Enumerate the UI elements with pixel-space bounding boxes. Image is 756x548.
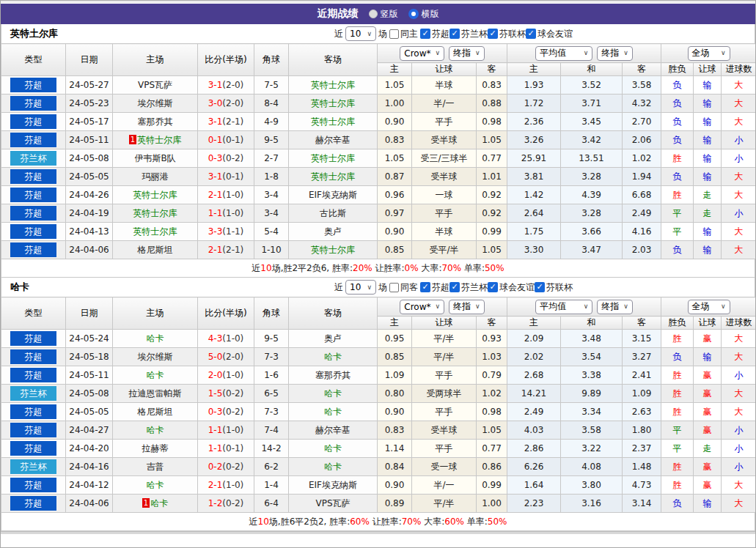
radio-checked-icon[interactable] [408,9,419,19]
league-checkbox[interactable]: ✓芬联杯 [535,281,573,294]
average-odds-select[interactable]: 平均值∨ [535,300,592,314]
full-score[interactable]: 1-2 [208,498,223,508]
away-team[interactable]: 塞那乔其 [315,370,351,380]
home-team[interactable]: 英特士尔库 [133,190,177,200]
full-score[interactable]: 1-1 [208,443,223,453]
away-team[interactable]: 英特士尔库 [311,171,355,182]
home-team[interactable]: 哈卡 [150,498,168,508]
final-odds-select[interactable]: 终指∨ [449,300,485,314]
checkbox-unchecked-icon[interactable] [389,29,399,39]
bookmaker-select[interactable]: Crow*∨ [400,46,444,61]
full-score[interactable]: 0-3 [208,407,223,417]
league-badge[interactable]: 芬超 [10,478,56,492]
same-venue-checkbox[interactable]: 同客 [389,281,418,294]
full-score[interactable]: 3-1 [208,116,223,127]
home-team[interactable]: 吉普 [147,462,164,472]
league-checkbox[interactable]: ✓芬超 [420,281,449,294]
away-team[interactable]: 赫尔辛基 [315,135,351,145]
league-checkbox[interactable]: ✓芬联杯 [488,28,526,40]
league-badge[interactable]: 芬超 [10,224,56,239]
league-badge[interactable]: 芬超 [10,133,56,147]
league-badge[interactable]: 芬超 [10,331,56,346]
final-euro-odds-select[interactable]: 终指∨ [597,300,633,314]
away-team[interactable]: 古比斯 [320,208,346,218]
league-badge[interactable]: 芬兰杯 [10,151,56,166]
home-team[interactable]: 伊韦斯B队 [134,153,175,163]
average-odds-select[interactable]: 平均值∨ [535,46,592,61]
away-team[interactable]: 英特士尔库 [311,153,355,163]
league-badge[interactable]: 芬超 [10,188,56,202]
league-badge[interactable]: 芬兰杯 [10,459,56,474]
checkbox-checked-icon[interactable]: ✓ [526,29,536,39]
full-score[interactable]: 0-1 [208,135,223,145]
league-checkbox[interactable]: ✓芬兰杯 [449,28,488,40]
full-score[interactable]: 2-1 [208,190,223,200]
full-score[interactable]: 3-0 [208,98,223,108]
bottom-scrollbar[interactable] [1,531,755,534]
home-team[interactable]: 玛丽港 [142,171,169,182]
checkbox-checked-icon[interactable]: ✓ [535,282,545,292]
away-team[interactable]: 奥卢 [324,226,342,237]
checkbox-checked-icon[interactable]: ✓ [488,29,498,39]
fulltime-select[interactable]: 全场∨ [688,46,730,61]
full-score[interactable]: 3-1 [208,171,223,182]
checkbox-unchecked-icon[interactable] [389,283,399,292]
view-option-vertical[interactable]: 竖版 [369,8,398,21]
checkbox-checked-icon[interactable]: ✓ [488,282,498,292]
full-score[interactable]: 0-3 [208,153,223,163]
home-team[interactable]: 格尼斯坦 [138,245,173,255]
league-checkbox[interactable]: ✓球会友谊 [526,28,573,40]
full-score[interactable]: 2-1 [208,245,223,255]
league-badge[interactable]: 芬超 [10,78,56,92]
home-team[interactable]: 格尼斯坦 [138,407,173,417]
league-badge[interactable]: 芬超 [10,496,56,511]
league-badge[interactable]: 芬超 [10,169,56,184]
home-team[interactable]: 埃尔维斯 [138,98,173,108]
away-team[interactable]: 英特士尔库 [311,80,355,90]
full-score[interactable]: 3-3 [208,226,223,237]
home-team[interactable]: 英特士尔库 [133,226,177,237]
same-venue-checkbox[interactable]: 同主 [389,28,418,40]
recent-count-select[interactable]: 10∨ [345,26,376,41]
full-score[interactable]: 0-2 [208,462,223,472]
home-team[interactable]: 哈卡 [147,480,164,490]
away-team[interactable]: 哈卡 [324,407,342,417]
away-team[interactable]: 英特士尔库 [311,116,355,127]
league-badge[interactable]: 芬超 [10,441,56,456]
home-team[interactable]: 拉赫蒂 [142,443,169,453]
league-badge[interactable]: 芬超 [10,368,56,382]
away-team[interactable]: 奥卢 [324,333,342,344]
away-team[interactable]: EIF埃克纳斯 [309,480,357,490]
checkbox-checked-icon[interactable]: ✓ [449,29,460,39]
final-odds-select[interactable]: 终指∨ [449,46,485,61]
league-badge[interactable]: 芬超 [10,404,56,419]
league-checkbox[interactable]: ✓球会友谊 [488,281,535,294]
league-badge[interactable]: 芬兰杯 [10,386,56,401]
home-team[interactable]: 拉迪恩雷帕斯 [129,388,182,399]
full-score[interactable]: 1-1 [208,425,223,435]
league-badge[interactable]: 芬超 [10,349,56,364]
away-team[interactable]: VPS瓦萨 [315,498,350,508]
home-team[interactable]: VPS瓦萨 [138,80,172,90]
away-team[interactable]: 赫尔辛基 [315,425,351,435]
away-team[interactable]: 哈卡 [324,352,342,362]
full-score[interactable]: 1-5 [208,388,223,399]
away-team[interactable]: 英特士尔库 [311,245,355,255]
recent-count-select[interactable]: 10∨ [345,280,376,295]
league-badge[interactable]: 芬超 [10,114,56,129]
home-team[interactable]: 哈卡 [147,333,164,344]
view-option-horizontal[interactable]: 横版 [408,8,439,21]
radio-unchecked-icon[interactable] [369,10,378,18]
home-team[interactable]: 英特士尔库 [133,208,177,218]
checkbox-checked-icon[interactable]: ✓ [420,29,430,39]
checkbox-checked-icon[interactable]: ✓ [449,282,460,292]
home-team[interactable]: 英特士尔库 [137,135,181,145]
away-team[interactable]: 哈卡 [324,443,342,453]
league-badge[interactable]: 芬超 [10,206,56,221]
full-score[interactable]: 3-1 [208,80,223,90]
league-checkbox[interactable]: ✓芬超 [420,28,449,40]
league-badge[interactable]: 芬超 [10,96,56,111]
full-score[interactable]: 2-1 [208,480,223,490]
league-checkbox[interactable]: ✓芬兰杯 [449,281,488,294]
league-badge[interactable]: 芬超 [10,423,56,437]
